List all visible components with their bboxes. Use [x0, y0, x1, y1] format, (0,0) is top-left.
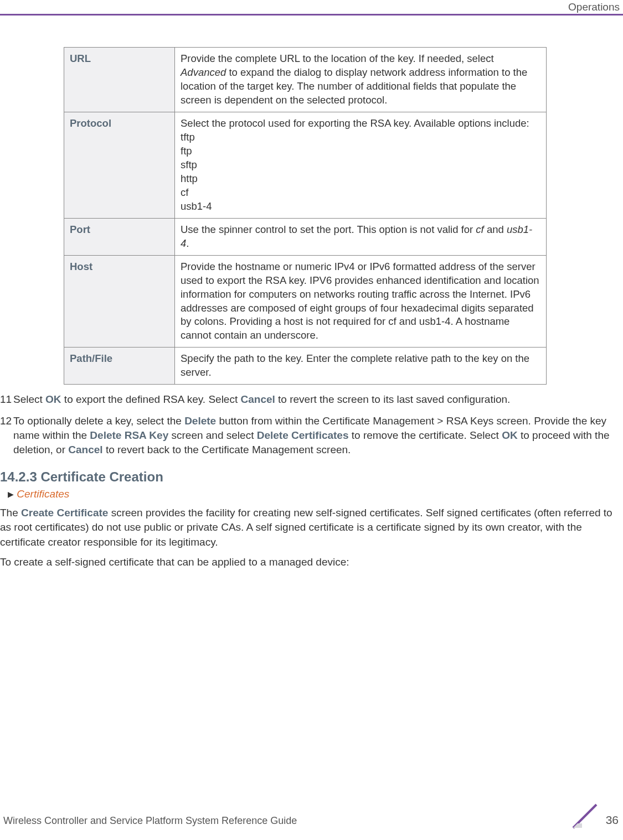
- header-section-title: Operations: [568, 1, 620, 13]
- footer: Wireless Controller and Service Platform…: [0, 805, 623, 827]
- field-label: URL: [64, 48, 175, 112]
- step-number: 11: [0, 392, 13, 407]
- step-number: 12: [0, 414, 13, 458]
- field-label: Path/File: [64, 348, 175, 385]
- step-text: To optionally delete a key, select the D…: [13, 414, 616, 458]
- instruction-steps: 11Select OK to export the defined RSA ke…: [0, 392, 620, 457]
- field-description: Provide the complete URL to the location…: [175, 48, 547, 112]
- table-row: Path/FileSpecify the path to the key. En…: [64, 348, 547, 385]
- field-label: Protocol: [64, 112, 175, 218]
- content-area: URLProvide the complete URL to the locat…: [0, 47, 620, 569]
- list-item: 12To optionally delete a key, select the…: [0, 414, 616, 458]
- page-number: 36: [606, 813, 619, 827]
- page: Operations URLProvide the complete URL t…: [0, 0, 623, 840]
- field-description: Select the protocol used for exporting t…: [175, 112, 547, 218]
- header-bar: [0, 0, 623, 15]
- field-label: Port: [64, 218, 175, 255]
- field-description: Provide the hostname or numeric IPv4 or …: [175, 255, 547, 348]
- section-paragraph-2: To create a self-signed certificate that…: [0, 555, 620, 569]
- list-item: 11Select OK to export the defined RSA ke…: [0, 392, 616, 407]
- table-row: URLProvide the complete URL to the locat…: [64, 48, 547, 112]
- field-description: Specify the path to the key. Enter the c…: [175, 348, 547, 385]
- step-text: Select OK to export the defined RSA key.…: [13, 392, 616, 407]
- breadcrumb: ▶ Certificates: [0, 488, 620, 500]
- fields-table: URLProvide the complete URL to the locat…: [64, 47, 547, 385]
- footer-logo-icon: [572, 803, 598, 829]
- chevron-right-icon: ▶: [8, 490, 14, 499]
- field-description: Use the spinner control to set the port.…: [175, 218, 547, 255]
- table-row: PortUse the spinner control to set the p…: [64, 218, 547, 255]
- section-heading: 14.2.3 Certificate Creation: [0, 469, 620, 485]
- breadcrumb-link[interactable]: Certificates: [17, 488, 69, 500]
- field-label: Host: [64, 255, 175, 348]
- table-row: HostProvide the hostname or numeric IPv4…: [64, 255, 547, 348]
- footer-title: Wireless Controller and Service Platform…: [3, 815, 297, 827]
- table-row: ProtocolSelect the protocol used for exp…: [64, 112, 547, 218]
- section-paragraph-1: The Create Certificate screen provides t…: [0, 506, 620, 549]
